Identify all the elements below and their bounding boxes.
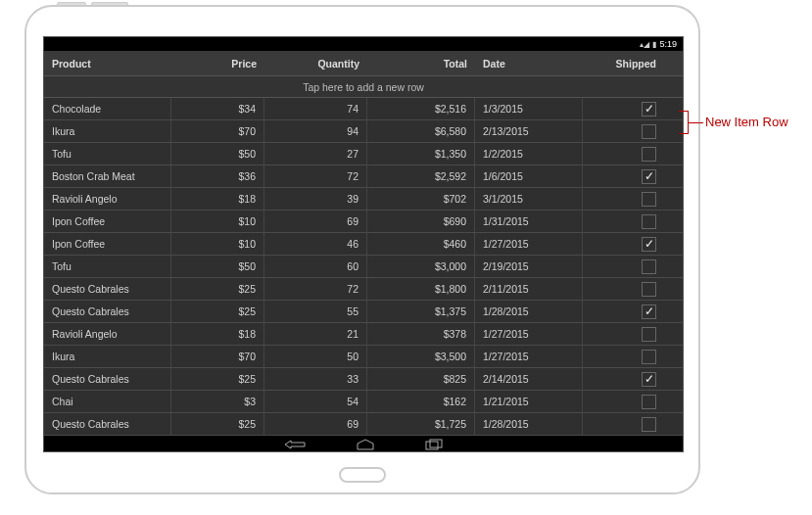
cell-shipped[interactable]: ✓ (583, 165, 676, 187)
checkbox-empty-icon[interactable] (642, 124, 656, 139)
table-row[interactable]: Ipon Coffee$1069$6901/31/2015 (44, 211, 683, 233)
table-row[interactable]: Ikura$7050$3,5001/27/2015 (44, 346, 683, 368)
cell-price[interactable]: $70 (171, 120, 264, 142)
table-row[interactable]: Tofu$5060$3,0002/19/2015 (44, 256, 683, 278)
header-price[interactable]: Price (171, 58, 264, 70)
cell-price[interactable]: $25 (171, 301, 264, 322)
cell-price[interactable]: $25 (171, 368, 264, 390)
cell-total[interactable]: $162 (367, 391, 475, 412)
recent-apps-icon[interactable] (425, 439, 443, 450)
cell-total[interactable]: $2,516 (367, 98, 475, 119)
cell-product[interactable]: Boston Crab Meat (44, 165, 171, 187)
cell-product[interactable]: Ikura (44, 346, 171, 367)
cell-price[interactable]: $18 (171, 188, 264, 210)
cell-quantity[interactable]: 69 (264, 211, 367, 232)
tablet-home-button[interactable] (339, 467, 386, 483)
table-row[interactable]: Ravioli Angelo$1821$3781/27/2015 (44, 323, 683, 346)
header-product[interactable]: Product (44, 58, 171, 70)
table-row[interactable]: Ravioli Angelo$1839$7023/1/2015 (44, 188, 683, 211)
new-item-row[interactable]: Tap here to add a new row (44, 76, 683, 98)
cell-price[interactable]: $10 (171, 233, 264, 255)
cell-total[interactable]: $690 (367, 211, 475, 232)
table-row[interactable]: Questo Cabrales$2533$8252/14/2015✓ (44, 368, 683, 391)
cell-price[interactable]: $50 (171, 143, 264, 164)
cell-shipped[interactable]: ✓ (583, 368, 676, 390)
cell-quantity[interactable]: 55 (264, 301, 367, 322)
cell-shipped[interactable] (583, 323, 676, 345)
checkmark-icon[interactable]: ✓ (642, 169, 656, 184)
cell-date[interactable]: 1/27/2015 (475, 346, 583, 367)
cell-quantity[interactable]: 60 (264, 256, 367, 277)
cell-quantity[interactable]: 27 (264, 143, 367, 164)
cell-total[interactable]: $3,500 (367, 346, 475, 367)
cell-quantity[interactable]: 94 (264, 120, 367, 142)
cell-shipped[interactable] (583, 413, 676, 435)
checkbox-empty-icon[interactable] (642, 417, 656, 432)
cell-total[interactable]: $825 (367, 368, 475, 390)
cell-price[interactable]: $36 (171, 165, 264, 187)
cell-total[interactable]: $6,580 (367, 120, 475, 142)
table-row[interactable]: Questo Cabrales$2572$1,8002/11/2015 (44, 278, 683, 301)
table-row[interactable]: Tofu$5027$1,3501/2/2015 (44, 143, 683, 165)
cell-total[interactable]: $702 (367, 188, 475, 210)
cell-date[interactable]: 1/27/2015 (475, 323, 583, 345)
cell-total[interactable]: $1,800 (367, 278, 475, 300)
cell-price[interactable]: $10 (171, 211, 264, 232)
table-row[interactable]: Questo Cabrales$2569$1,7251/28/2015 (44, 413, 683, 436)
cell-shipped[interactable] (583, 256, 676, 277)
cell-product[interactable]: Ipon Coffee (44, 211, 171, 232)
checkbox-empty-icon[interactable] (642, 395, 656, 409)
header-total[interactable]: Total (367, 58, 475, 70)
cell-date[interactable]: 3/1/2015 (475, 188, 583, 210)
header-shipped[interactable]: Shipped (583, 58, 676, 70)
cell-total[interactable]: $3,000 (367, 256, 475, 277)
cell-quantity[interactable]: 74 (264, 98, 367, 119)
cell-date[interactable]: 1/6/2015 (475, 165, 583, 187)
table-row[interactable]: Chocolade$3474$2,5161/3/2015✓ (44, 98, 683, 120)
cell-date[interactable]: 2/19/2015 (475, 256, 583, 277)
cell-product[interactable]: Ravioli Angelo (44, 323, 171, 345)
cell-price[interactable]: $50 (171, 256, 264, 277)
cell-total[interactable]: $378 (367, 323, 475, 345)
cell-quantity[interactable]: 72 (264, 278, 367, 300)
home-icon[interactable] (355, 439, 376, 450)
cell-date[interactable]: 2/11/2015 (475, 278, 583, 300)
cell-date[interactable]: 1/21/2015 (475, 391, 583, 412)
cell-quantity[interactable]: 33 (264, 368, 367, 390)
cell-product[interactable]: Ravioli Angelo (44, 188, 171, 210)
table-row[interactable]: Boston Crab Meat$3672$2,5921/6/2015✓ (44, 165, 683, 188)
header-date[interactable]: Date (475, 58, 583, 70)
cell-date[interactable]: 1/3/2015 (475, 98, 583, 119)
cell-product[interactable]: Ipon Coffee (44, 233, 171, 255)
cell-price[interactable]: $25 (171, 278, 264, 300)
cell-date[interactable]: 1/28/2015 (475, 413, 583, 435)
checkmark-icon[interactable]: ✓ (642, 372, 656, 387)
cell-date[interactable]: 2/14/2015 (475, 368, 583, 390)
checkbox-empty-icon[interactable] (642, 282, 656, 297)
cell-shipped[interactable] (583, 346, 676, 367)
cell-shipped[interactable] (583, 211, 676, 232)
header-quantity[interactable]: Quantity (264, 58, 367, 70)
cell-quantity[interactable]: 21 (264, 323, 367, 345)
cell-quantity[interactable]: 46 (264, 233, 367, 255)
cell-product[interactable]: Chai (44, 391, 171, 412)
checkbox-empty-icon[interactable] (642, 214, 656, 229)
cell-quantity[interactable]: 39 (264, 188, 367, 210)
cell-total[interactable]: $460 (367, 233, 475, 255)
cell-shipped[interactable]: ✓ (583, 233, 676, 255)
cell-quantity[interactable]: 72 (264, 165, 367, 187)
checkbox-empty-icon[interactable] (642, 259, 656, 274)
cell-price[interactable]: $18 (171, 323, 264, 345)
cell-product[interactable]: Questo Cabrales (44, 278, 171, 300)
cell-price[interactable]: $3 (171, 391, 264, 412)
cell-product[interactable]: Questo Cabrales (44, 413, 171, 435)
cell-shipped[interactable] (583, 143, 676, 164)
cell-quantity[interactable]: 50 (264, 346, 367, 367)
cell-product[interactable]: Ikura (44, 120, 171, 142)
cell-date[interactable]: 2/13/2015 (475, 120, 583, 142)
back-icon[interactable] (284, 440, 306, 449)
cell-shipped[interactable] (583, 188, 676, 210)
cell-shipped[interactable]: ✓ (583, 98, 676, 119)
cell-date[interactable]: 1/31/2015 (475, 211, 583, 232)
cell-shipped[interactable]: ✓ (583, 301, 676, 322)
